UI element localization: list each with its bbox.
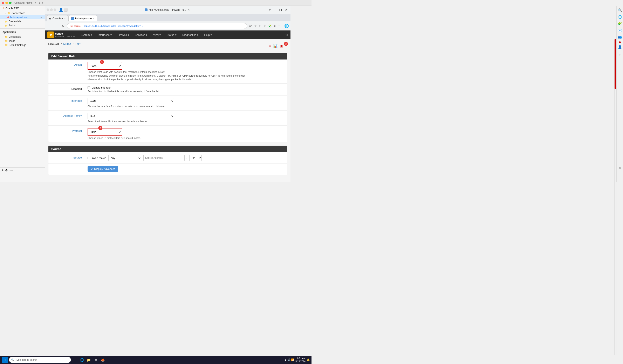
new-tab-btn[interactable]: +	[268, 7, 271, 12]
tab-hub-step-stone[interactable]: hub-step-stone ✕	[68, 15, 97, 21]
collections-btn[interactable]: ≡	[273, 23, 276, 28]
nav-status[interactable]: Status ▾	[165, 33, 178, 37]
invert-match-label: Invert match	[88, 156, 106, 160]
restore-icon[interactable]: ❐	[278, 8, 283, 12]
separator: |	[82, 25, 82, 27]
back-btn[interactable]: ←	[46, 23, 52, 29]
source-mask-select[interactable]: 32	[189, 155, 202, 161]
folder-icon-credentials: 📁	[5, 20, 8, 23]
pfsense-navbar: pf sense COMMUNITY EDITION System ▾ Inte…	[45, 30, 290, 39]
eject-icon[interactable]: ⏏	[40, 16, 42, 19]
reader-view-btn[interactable]: Aᴿ	[248, 23, 253, 28]
computer-name-label: Computer Name	[14, 1, 33, 4]
add-tab-btn[interactable]: +	[98, 17, 100, 21]
action-control: 1 Pass Block Reject Choose what to do wi…	[88, 62, 284, 81]
bc-rules[interactable]: Rules	[63, 43, 71, 46]
nav-vpn[interactable]: VPN ▾	[151, 33, 163, 37]
nav-system[interactable]: System ▾	[79, 33, 94, 37]
expand-icon: ▼	[5, 12, 7, 14]
browser-title-area: hub-fw.home.arpa - Firewall: Rul... ✕	[68, 8, 266, 11]
browser-close-btn[interactable]	[46, 8, 49, 11]
browser-max-btn[interactable]	[54, 8, 56, 11]
tab-overview-close[interactable]: ✕	[64, 17, 66, 20]
disabled-checkbox[interactable]	[88, 86, 90, 89]
settings-icon[interactable]: ⚙	[5, 169, 8, 172]
address-family-link[interactable]: Address Family	[63, 114, 82, 117]
source-row: Source Invert match Any /	[48, 152, 287, 164]
action-row: Action 1 Pass Block Reject Choose wha	[48, 60, 287, 84]
mac-minimize-button[interactable]	[5, 2, 8, 4]
sidebar-item-credentials[interactable]: 📁 Credentials	[0, 19, 45, 23]
table-icon[interactable]: ⊞	[280, 43, 283, 48]
url-display[interactable]: https://172.16.0.20/firewall_rules_edit.…	[84, 25, 143, 27]
dropdown-icon[interactable]: ▾	[35, 1, 36, 4]
protocol-row: Protocol 2 TCP UDP Any Choose which I	[48, 126, 287, 142]
browser-close-tab[interactable]: ✕	[188, 8, 190, 11]
sidebar-app-tasks[interactable]: 📁 Tasks	[0, 39, 45, 43]
source-any-select[interactable]: Any	[108, 155, 141, 161]
browser-toolbar: ← → ↻ Not secure | https://172.16.0.20/f…	[45, 21, 290, 30]
nav-diagnostics[interactable]: Diagnostics ▾	[180, 33, 200, 37]
bc-edit[interactable]: Edit	[75, 43, 81, 46]
protocol-label: Protocol	[51, 128, 84, 132]
browser-min-btn[interactable]	[50, 8, 53, 11]
tab-hub-close[interactable]: ✕	[93, 17, 94, 20]
address-bar[interactable]: Not secure | https://172.16.0.20/firewal…	[67, 23, 247, 29]
bc-firewall: Firewall	[48, 43, 60, 46]
interface-link[interactable]: Interface	[71, 99, 82, 102]
nav-interfaces[interactable]: Interfaces ▾	[96, 33, 114, 37]
nav-firewall[interactable]: Firewall ▾	[116, 33, 131, 37]
tab-overview[interactable]: ⊞ Overview ✕	[46, 15, 68, 21]
minimize-icon[interactable]: —	[272, 8, 277, 12]
play-icon[interactable]: ▶	[39, 1, 41, 4]
forward-btn[interactable]: →	[54, 23, 59, 29]
sidebar-app-default-settings[interactable]: 📁 Default Settings	[0, 43, 45, 47]
add-icon[interactable]: +	[2, 169, 3, 172]
protocol-select[interactable]: TCP UDP Any	[89, 129, 121, 135]
protocol-link[interactable]: Protocol	[72, 129, 82, 132]
favorites-btn[interactable]: ☆	[263, 23, 267, 28]
application-header: Application	[0, 29, 45, 35]
sidebar-item-connections[interactable]: ▼ 📁 Connections	[0, 11, 45, 15]
interface-select[interactable]: WAN LAN	[88, 98, 174, 104]
address-family-select[interactable]: IPv4 IPv6 IPv4+IPv6	[88, 113, 174, 119]
invert-match-checkbox[interactable]	[88, 157, 90, 159]
nav-help[interactable]: Help ▾	[202, 33, 214, 37]
browser-window: 👤 ⬜ hub-fw.home.arpa - Firewall: Rul... …	[45, 6, 290, 182]
source-link[interactable]: Source	[73, 156, 82, 159]
sidebar-app-credentials[interactable]: 📁 Credentials	[0, 35, 45, 39]
source-address-input[interactable]	[143, 155, 185, 161]
split-view-btn[interactable]: ⊡	[258, 23, 262, 28]
display-advanced-btn[interactable]: ⚙ Display Advanced	[88, 166, 118, 172]
extensions-btn[interactable]: 🧩	[267, 23, 272, 28]
folder-icon-tasks: 📁	[5, 24, 8, 27]
more-icon[interactable]: •••	[9, 169, 13, 172]
pfsense-content: pf sense COMMUNITY EDITION System ▾ Inte…	[45, 30, 290, 182]
address-family-row: Address Family IPv4 IPv6 IPv4+IPv6 Selec…	[48, 110, 287, 126]
mac-close-button[interactable]	[2, 2, 4, 4]
breadcrumb-actions: 3 ≡ 📊 ⊞ ?	[269, 43, 287, 48]
chart-icon[interactable]: 📊	[273, 43, 278, 48]
refresh-btn[interactable]: ↻	[61, 23, 66, 29]
close-icon[interactable]: ✕	[284, 8, 289, 12]
nav-arrow-vpn: ▾	[159, 33, 161, 36]
action-select[interactable]: Pass Block Reject	[89, 63, 121, 69]
nav-arrow-diag: ▾	[197, 33, 198, 36]
nav-arrow-interfaces: ▾	[111, 33, 112, 36]
nav-arrow-help: ▾	[211, 33, 212, 36]
filter-icon[interactable]: ≡	[269, 44, 271, 48]
nav-logout[interactable]: ⇥	[285, 33, 288, 37]
nav-services[interactable]: Services ▾	[133, 33, 150, 37]
tab-hub-label: hub-step-stone	[75, 17, 92, 20]
bookmark-btn[interactable]: ☆	[253, 23, 258, 28]
more-btn[interactable]: •••	[277, 23, 281, 28]
nav-arrow-services: ▾	[146, 33, 147, 36]
action-link[interactable]: Action	[74, 63, 82, 66]
sidebar-item-tasks[interactable]: 📁 Tasks	[0, 23, 45, 28]
pfsense-logo-icon: pf	[47, 31, 54, 38]
edge-icon[interactable]: 🌐	[284, 24, 289, 28]
tab-hub-favicon	[71, 17, 74, 20]
mac-maximize-button[interactable]	[9, 2, 12, 4]
sidebar-item-hub-step-stone[interactable]: hub-step-stone ⏏	[0, 15, 45, 19]
play-dropdown-icon[interactable]: ▾	[42, 1, 43, 4]
